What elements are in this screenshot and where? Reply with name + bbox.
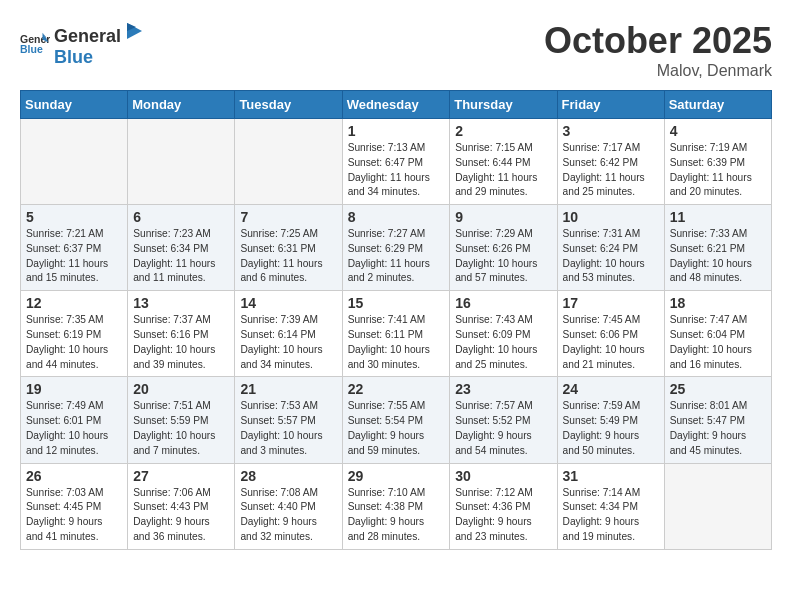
title-block: October 2025 Malov, Denmark: [544, 20, 772, 80]
day-number: 27: [133, 468, 229, 484]
calendar-day-cell: 18Sunrise: 7:47 AM Sunset: 6:04 PM Dayli…: [664, 291, 771, 377]
calendar-day-cell: 22Sunrise: 7:55 AM Sunset: 5:54 PM Dayli…: [342, 377, 450, 463]
day-info: Sunrise: 7:43 AM Sunset: 6:09 PM Dayligh…: [455, 313, 551, 372]
day-info: Sunrise: 7:53 AM Sunset: 5:57 PM Dayligh…: [240, 399, 336, 458]
weekday-header-row: SundayMondayTuesdayWednesdayThursdayFrid…: [21, 91, 772, 119]
day-info: Sunrise: 7:21 AM Sunset: 6:37 PM Dayligh…: [26, 227, 122, 286]
calendar-week-row: 26Sunrise: 7:03 AM Sunset: 4:45 PM Dayli…: [21, 463, 772, 549]
calendar-day-cell: 13Sunrise: 7:37 AM Sunset: 6:16 PM Dayli…: [128, 291, 235, 377]
logo-blue: Blue: [54, 47, 93, 67]
calendar-day-cell: 28Sunrise: 7:08 AM Sunset: 4:40 PM Dayli…: [235, 463, 342, 549]
calendar-day-cell: 8Sunrise: 7:27 AM Sunset: 6:29 PM Daylig…: [342, 205, 450, 291]
weekday-header-monday: Monday: [128, 91, 235, 119]
location-title: Malov, Denmark: [544, 62, 772, 80]
day-number: 30: [455, 468, 551, 484]
day-info: Sunrise: 7:27 AM Sunset: 6:29 PM Dayligh…: [348, 227, 445, 286]
day-info: Sunrise: 7:41 AM Sunset: 6:11 PM Dayligh…: [348, 313, 445, 372]
day-info: Sunrise: 7:57 AM Sunset: 5:52 PM Dayligh…: [455, 399, 551, 458]
day-number: 17: [563, 295, 659, 311]
day-info: Sunrise: 7:10 AM Sunset: 4:38 PM Dayligh…: [348, 486, 445, 545]
calendar-day-cell: 15Sunrise: 7:41 AM Sunset: 6:11 PM Dayli…: [342, 291, 450, 377]
day-number: 26: [26, 468, 122, 484]
day-info: Sunrise: 7:14 AM Sunset: 4:34 PM Dayligh…: [563, 486, 659, 545]
logo-flag-icon: [122, 20, 144, 42]
weekday-header-thursday: Thursday: [450, 91, 557, 119]
day-number: 24: [563, 381, 659, 397]
calendar-week-row: 5Sunrise: 7:21 AM Sunset: 6:37 PM Daylig…: [21, 205, 772, 291]
day-number: 14: [240, 295, 336, 311]
weekday-header-tuesday: Tuesday: [235, 91, 342, 119]
month-title: October 2025: [544, 20, 772, 62]
calendar-day-cell: 20Sunrise: 7:51 AM Sunset: 5:59 PM Dayli…: [128, 377, 235, 463]
calendar-day-cell: 1Sunrise: 7:13 AM Sunset: 6:47 PM Daylig…: [342, 119, 450, 205]
day-info: Sunrise: 7:08 AM Sunset: 4:40 PM Dayligh…: [240, 486, 336, 545]
calendar-day-cell: 6Sunrise: 7:23 AM Sunset: 6:34 PM Daylig…: [128, 205, 235, 291]
calendar-week-row: 19Sunrise: 7:49 AM Sunset: 6:01 PM Dayli…: [21, 377, 772, 463]
day-number: 6: [133, 209, 229, 225]
day-info: Sunrise: 7:33 AM Sunset: 6:21 PM Dayligh…: [670, 227, 766, 286]
calendar-day-cell: 3Sunrise: 7:17 AM Sunset: 6:42 PM Daylig…: [557, 119, 664, 205]
day-number: 29: [348, 468, 445, 484]
day-number: 7: [240, 209, 336, 225]
calendar-day-cell: 4Sunrise: 7:19 AM Sunset: 6:39 PM Daylig…: [664, 119, 771, 205]
page-header: General Blue General Blue October 2025 M…: [20, 20, 772, 80]
day-number: 11: [670, 209, 766, 225]
day-number: 2: [455, 123, 551, 139]
weekday-header-wednesday: Wednesday: [342, 91, 450, 119]
day-info: Sunrise: 7:13 AM Sunset: 6:47 PM Dayligh…: [348, 141, 445, 200]
calendar-day-cell: 27Sunrise: 7:06 AM Sunset: 4:43 PM Dayli…: [128, 463, 235, 549]
day-number: 4: [670, 123, 766, 139]
day-info: Sunrise: 7:59 AM Sunset: 5:49 PM Dayligh…: [563, 399, 659, 458]
day-number: 25: [670, 381, 766, 397]
calendar-day-cell: [21, 119, 128, 205]
day-info: Sunrise: 7:19 AM Sunset: 6:39 PM Dayligh…: [670, 141, 766, 200]
day-number: 12: [26, 295, 122, 311]
day-info: Sunrise: 8:01 AM Sunset: 5:47 PM Dayligh…: [670, 399, 766, 458]
calendar-day-cell: 26Sunrise: 7:03 AM Sunset: 4:45 PM Dayli…: [21, 463, 128, 549]
day-info: Sunrise: 7:12 AM Sunset: 4:36 PM Dayligh…: [455, 486, 551, 545]
calendar-day-cell: 12Sunrise: 7:35 AM Sunset: 6:19 PM Dayli…: [21, 291, 128, 377]
calendar-day-cell: [128, 119, 235, 205]
day-info: Sunrise: 7:37 AM Sunset: 6:16 PM Dayligh…: [133, 313, 229, 372]
day-number: 3: [563, 123, 659, 139]
logo-general: General: [54, 26, 121, 47]
calendar-day-cell: 11Sunrise: 7:33 AM Sunset: 6:21 PM Dayli…: [664, 205, 771, 291]
day-number: 22: [348, 381, 445, 397]
day-info: Sunrise: 7:06 AM Sunset: 4:43 PM Dayligh…: [133, 486, 229, 545]
calendar-day-cell: 29Sunrise: 7:10 AM Sunset: 4:38 PM Dayli…: [342, 463, 450, 549]
day-number: 28: [240, 468, 336, 484]
day-number: 21: [240, 381, 336, 397]
day-number: 9: [455, 209, 551, 225]
calendar-day-cell: 5Sunrise: 7:21 AM Sunset: 6:37 PM Daylig…: [21, 205, 128, 291]
calendar-day-cell: 16Sunrise: 7:43 AM Sunset: 6:09 PM Dayli…: [450, 291, 557, 377]
calendar-day-cell: 17Sunrise: 7:45 AM Sunset: 6:06 PM Dayli…: [557, 291, 664, 377]
day-number: 20: [133, 381, 229, 397]
day-info: Sunrise: 7:47 AM Sunset: 6:04 PM Dayligh…: [670, 313, 766, 372]
day-number: 18: [670, 295, 766, 311]
day-info: Sunrise: 7:39 AM Sunset: 6:14 PM Dayligh…: [240, 313, 336, 372]
day-info: Sunrise: 7:15 AM Sunset: 6:44 PM Dayligh…: [455, 141, 551, 200]
day-info: Sunrise: 7:49 AM Sunset: 6:01 PM Dayligh…: [26, 399, 122, 458]
calendar-day-cell: 14Sunrise: 7:39 AM Sunset: 6:14 PM Dayli…: [235, 291, 342, 377]
day-number: 31: [563, 468, 659, 484]
calendar-week-row: 1Sunrise: 7:13 AM Sunset: 6:47 PM Daylig…: [21, 119, 772, 205]
day-number: 19: [26, 381, 122, 397]
logo: General Blue General Blue: [20, 20, 145, 68]
day-number: 8: [348, 209, 445, 225]
day-number: 16: [455, 295, 551, 311]
svg-text:Blue: Blue: [20, 43, 43, 55]
day-info: Sunrise: 7:23 AM Sunset: 6:34 PM Dayligh…: [133, 227, 229, 286]
day-info: Sunrise: 7:35 AM Sunset: 6:19 PM Dayligh…: [26, 313, 122, 372]
day-info: Sunrise: 7:51 AM Sunset: 5:59 PM Dayligh…: [133, 399, 229, 458]
day-number: 23: [455, 381, 551, 397]
weekday-header-friday: Friday: [557, 91, 664, 119]
day-info: Sunrise: 7:45 AM Sunset: 6:06 PM Dayligh…: [563, 313, 659, 372]
weekday-header-sunday: Sunday: [21, 91, 128, 119]
day-number: 13: [133, 295, 229, 311]
calendar-table: SundayMondayTuesdayWednesdayThursdayFrid…: [20, 90, 772, 550]
calendar-day-cell: [664, 463, 771, 549]
calendar-day-cell: [235, 119, 342, 205]
calendar-day-cell: 30Sunrise: 7:12 AM Sunset: 4:36 PM Dayli…: [450, 463, 557, 549]
day-info: Sunrise: 7:31 AM Sunset: 6:24 PM Dayligh…: [563, 227, 659, 286]
day-number: 15: [348, 295, 445, 311]
